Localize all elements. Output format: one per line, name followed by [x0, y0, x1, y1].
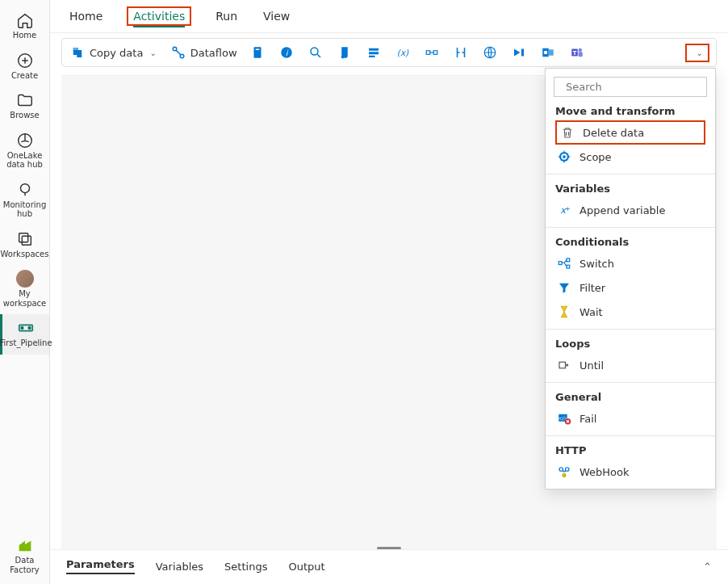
svg-rect-37 — [559, 262, 562, 265]
bottom-tab-variables-label: Variables — [156, 561, 203, 573]
bottom-tab-output-label: Output — [288, 561, 324, 573]
panel-search[interactable] — [554, 77, 707, 97]
invoke-button[interactable] — [512, 45, 526, 60]
rail-data-factory-label: Data Factory — [0, 556, 49, 574]
globe-icon — [483, 45, 497, 60]
item-switch[interactable]: Switch — [555, 251, 705, 275]
tab-view[interactable]: View — [261, 6, 291, 26]
svg-point-44 — [559, 468, 563, 472]
collapse-properties-button[interactable]: ⌃ — [703, 561, 712, 573]
search-icon — [308, 45, 323, 60]
info-button[interactable]: i — [279, 45, 294, 60]
invoke-icon — [512, 45, 526, 60]
group-loops: Loops — [555, 338, 705, 350]
panel-resize-handle[interactable] — [377, 547, 401, 549]
if-button[interactable] — [454, 45, 468, 60]
copy-data-icon — [70, 45, 85, 60]
tab-run-label: Run — [215, 10, 237, 23]
rail-home[interactable]: Home — [0, 6, 49, 47]
rail-my-workspace-label: My workspace — [0, 289, 49, 308]
home-icon — [16, 11, 34, 29]
item-delete-data[interactable]: Delete data — [555, 120, 705, 145]
foreach-button[interactable] — [425, 45, 439, 60]
item-fail-label: Fail — [579, 413, 596, 425]
panel-search-input[interactable] — [566, 81, 703, 93]
tab-home[interactable]: Home — [68, 6, 104, 26]
bottom-tab-parameters[interactable]: Parameters — [66, 558, 135, 574]
outlook-button[interactable] — [541, 45, 555, 60]
pipeline-icon — [17, 319, 35, 337]
item-webhook[interactable]: WebHook — [555, 460, 705, 484]
rail-my-workspace[interactable]: My workspace — [0, 265, 49, 314]
item-filter[interactable]: Filter — [555, 275, 705, 300]
svg-text:+: + — [565, 205, 570, 212]
chevron-down-icon: ⌄ — [697, 48, 703, 57]
dataflow-button[interactable]: Dataflow — [169, 42, 239, 63]
notebook-icon — [250, 45, 265, 60]
svg-point-26 — [543, 51, 547, 55]
item-filter-label: Filter — [579, 282, 605, 294]
svg-rect-23 — [521, 49, 524, 57]
tab-view-label: View — [263, 10, 290, 23]
item-append-variable[interactable]: x+ Append variable — [555, 198, 705, 222]
group-move-transform: Move and transform — [555, 105, 705, 117]
svg-point-28 — [578, 48, 582, 53]
tab-run[interactable]: Run — [214, 6, 239, 26]
copy-data-label: Copy data — [90, 47, 143, 59]
tab-activities[interactable]: Activities — [127, 6, 191, 26]
folder-icon — [16, 91, 34, 109]
rail-workspaces[interactable]: Workspaces — [0, 225, 49, 266]
svg-point-2 — [20, 183, 29, 192]
stored-proc-button[interactable] — [366, 45, 381, 60]
scope-icon — [557, 149, 571, 164]
rail-monitoring[interactable]: Monitoring hub — [0, 176, 49, 225]
rail-create[interactable]: Create — [0, 47, 49, 87]
web-button[interactable] — [483, 45, 497, 60]
item-until[interactable]: Until — [555, 353, 705, 377]
svg-point-7 — [28, 327, 31, 330]
outlook-icon — [541, 45, 555, 60]
toolbar-icon-row: i (x) T — [250, 45, 584, 60]
bottom-tab-variables[interactable]: Variables — [156, 561, 203, 573]
rail-monitoring-label: Monitoring hub — [0, 200, 49, 219]
svg-rect-20 — [426, 51, 430, 55]
svg-rect-3 — [19, 233, 27, 242]
copy-data-button[interactable]: Copy data ⌄ — [69, 42, 158, 63]
bottom-tab-parameters-label: Parameters — [66, 558, 135, 570]
rail-home-label: Home — [13, 31, 37, 40]
variable-button[interactable]: (x) — [395, 45, 410, 60]
item-scope[interactable]: Scope — [555, 145, 705, 169]
bottom-tab-settings[interactable]: Settings — [224, 561, 267, 573]
group-general: General — [555, 391, 705, 403]
item-wait[interactable]: Wait — [555, 300, 705, 324]
teams-icon: T — [570, 45, 584, 60]
rail-browse[interactable]: Browse — [0, 86, 49, 127]
svg-point-34 — [563, 155, 566, 158]
svg-rect-29 — [578, 52, 582, 57]
group-conditionals: Conditionals — [555, 236, 705, 248]
plus-circle-icon — [16, 52, 34, 69]
script-button[interactable] — [337, 45, 352, 60]
teams-button[interactable]: T — [570, 45, 584, 60]
variable-icon: (x) — [395, 45, 410, 60]
bottom-tab-output[interactable]: Output — [288, 561, 324, 573]
notebook-button[interactable] — [250, 45, 265, 60]
rail-data-factory[interactable]: Data Factory — [0, 531, 49, 584]
rail-first-pipeline[interactable]: First_Pipeline — [0, 314, 49, 355]
lookup-button[interactable] — [308, 45, 323, 60]
svg-rect-12 — [255, 49, 259, 51]
group-http: HTTP — [555, 444, 705, 456]
svg-rect-17 — [369, 52, 379, 54]
rail-onelake[interactable]: OneLake data hub — [0, 127, 49, 176]
add-activity-button[interactable]: ⌄ — [685, 44, 709, 62]
switch-icon — [557, 256, 571, 271]
item-fail[interactable]: </> Fail — [555, 406, 705, 431]
stored-proc-icon — [366, 45, 381, 60]
svg-point-6 — [21, 327, 23, 330]
svg-rect-21 — [433, 51, 437, 55]
svg-rect-38 — [567, 258, 570, 262]
svg-rect-25 — [548, 49, 553, 56]
properties-tabs: Parameters Variables Settings Output ⌃ — [50, 549, 728, 584]
left-nav-rail: Home Create Browse OneLake data hub Moni… — [0, 0, 50, 584]
workspaces-icon — [16, 230, 34, 248]
